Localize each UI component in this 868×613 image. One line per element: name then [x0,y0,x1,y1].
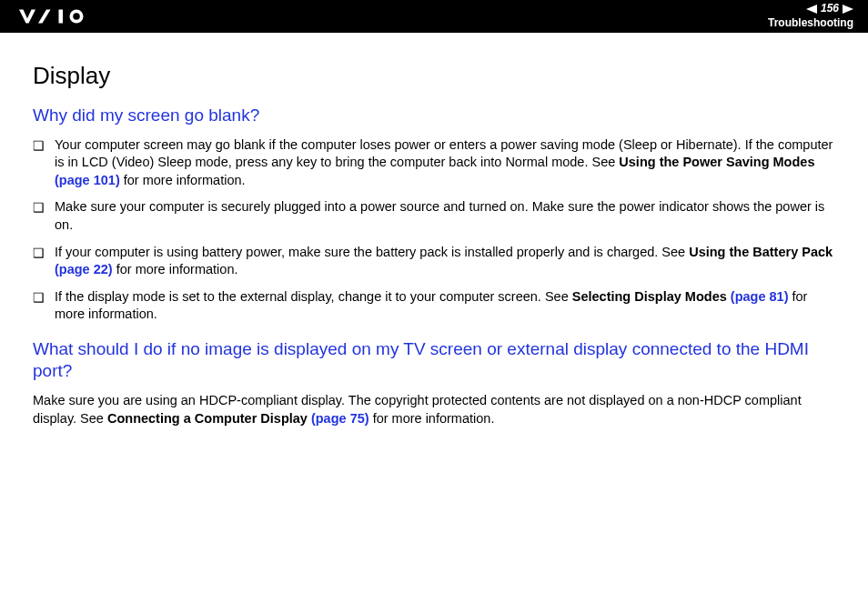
question-1-list: ❑ Your computer screen may go blank if t… [33,136,835,324]
section-label: Troubleshooting [768,16,853,31]
bold-ref: Selecting Display Modes [572,289,731,304]
page-title: Display [33,62,835,90]
list-item: ❑ If the display mode is set to the exte… [33,288,835,324]
list-item-text: If your computer is using battery power,… [55,244,835,279]
list-item-text: If the display mode is set to the extern… [55,288,835,324]
question-2-paragraph: Make sure you are using an HDCP-complian… [33,392,835,427]
bullet-icon: ❑ [33,198,55,216]
page-link[interactable]: (page 22) [55,262,113,276]
text-segment: If the display mode is set to the extern… [55,289,572,304]
bullet-icon: ❑ [33,136,55,155]
list-item-text: Make sure your computer is securely plug… [55,198,835,234]
page-link[interactable]: (page 75) [311,411,369,426]
page-link[interactable]: (page 81) [731,289,789,304]
vaio-logo [15,8,106,25]
bold-ref: Using the Power Saving Modes [619,155,814,169]
text-segment: If your computer is using battery power,… [55,245,689,259]
next-page-arrow-icon[interactable] [843,5,853,14]
svg-point-2 [73,13,80,20]
page-number: 156 [821,2,839,16]
text-segment: Make sure your computer is securely plug… [55,199,824,232]
text-segment: for more information. [120,173,246,187]
bullet-icon: ❑ [33,288,55,306]
svg-marker-3 [806,5,817,14]
question-2-heading: What should I do if no image is displaye… [33,338,835,383]
bullet-icon: ❑ [33,244,55,262]
page-link[interactable]: (page 101) [55,173,120,187]
svg-rect-0 [59,10,64,24]
prev-page-arrow-icon[interactable] [806,5,817,14]
bold-ref: Connecting a Computer Display [107,411,311,426]
bold-ref: Using the Battery Pack [689,245,833,259]
question-1-heading: Why did my screen go blank? [33,105,835,127]
list-item: ❑ Make sure your computer is securely pl… [33,198,835,234]
header-bar: 156 Troubleshooting [0,0,868,33]
text-segment: for more information. [113,262,238,276]
list-item: ❑ Your computer screen may go blank if t… [33,136,835,190]
page-nav: 156 [768,2,853,16]
text-segment: for more information. [369,411,495,426]
list-item-text: Your computer screen may go blank if the… [55,136,835,190]
content-area: Display Why did my screen go blank? ❑ Yo… [0,33,868,427]
svg-marker-4 [843,5,853,14]
list-item: ❑ If your computer is using battery powe… [33,244,835,279]
header-right: 156 Troubleshooting [768,2,853,30]
